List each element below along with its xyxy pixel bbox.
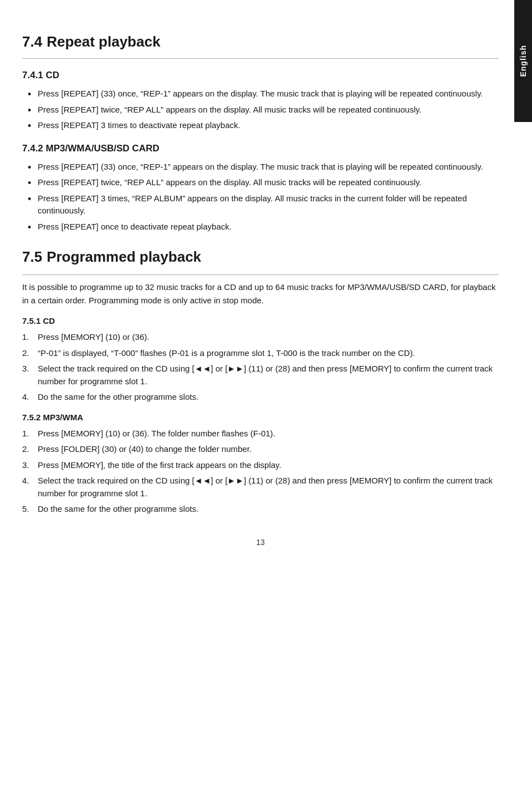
- section-742-bullets: Press [REPEAT] (33) once, “REP-1” appear…: [22, 161, 499, 233]
- section-751: 7.5.1 CD 1. Press [MEMORY] (10) or (36).…: [22, 316, 499, 404]
- section-742: 7.4.2 MP3/WMA/USB/SD CARD Press [REPEAT]…: [22, 143, 499, 233]
- page-number: 13: [22, 538, 499, 547]
- list-item: Press [REPEAT] (33) once, “REP-1” appear…: [22, 161, 499, 174]
- section-75-number: 7.5: [22, 248, 42, 266]
- section-74-number: 7.4: [22, 33, 42, 50]
- list-item: Press [REPEAT] twice, “REP ALL” appears …: [22, 104, 499, 116]
- section-752-list: 1. Press [MEMORY] (10) or (36). The fold…: [22, 428, 499, 516]
- section-751-title: 7.5.1 CD: [22, 316, 499, 325]
- section-752-title: 7.5.2 MP3/WMA: [22, 413, 499, 422]
- list-item: 4. Do the same for the other programme s…: [22, 391, 499, 404]
- page-container: English 7.4 Repeat playback 7.4.1 CD Pre…: [0, 0, 532, 804]
- list-item: 1. Press [MEMORY] (10) or (36). The fold…: [22, 428, 499, 440]
- divider-74: [22, 58, 499, 59]
- divider-75: [22, 274, 499, 275]
- section-752: 7.5.2 MP3/WMA 1. Press [MEMORY] (10) or …: [22, 413, 499, 516]
- section-741: 7.4.1 CD Press [REPEAT] (33) once, “REP-…: [22, 70, 499, 132]
- language-label: English: [519, 45, 528, 77]
- section-74-title: Repeat playback: [47, 33, 160, 50]
- section-741-title: 7.4.1 CD: [22, 70, 499, 81]
- list-item: Press [REPEAT] 3 times to deactivate rep…: [22, 119, 499, 132]
- list-item: 1. Press [MEMORY] (10) or (36).: [22, 331, 499, 344]
- list-item: Press [REPEAT] 3 times, “REP ALBUM” appe…: [22, 192, 499, 217]
- section-741-bullets: Press [REPEAT] (33) once, “REP-1” appear…: [22, 88, 499, 132]
- list-item: 5. Do the same for the other programme s…: [22, 503, 499, 516]
- section-75-header: 7.5 Programmed playback: [22, 248, 499, 271]
- list-item: 4. Select the track required on the CD u…: [22, 475, 499, 500]
- list-item: Press [REPEAT] once to deactivate repeat…: [22, 221, 499, 233]
- list-item: 3. Press [MEMORY], the title of the firs…: [22, 459, 499, 472]
- section-742-title: 7.4.2 MP3/WMA/USB/SD CARD: [22, 143, 499, 154]
- list-item: Press [REPEAT] (33) once, “REP-1” appear…: [22, 88, 499, 100]
- language-tab: English: [514, 0, 532, 122]
- section-75-title: Programmed playback: [47, 248, 201, 266]
- section-75-intro: It is possible to programme up to 32 mus…: [22, 281, 499, 307]
- list-item: Press [REPEAT] twice, “REP ALL” appears …: [22, 176, 499, 189]
- list-item: 3. Select the track required on the CD u…: [22, 363, 499, 388]
- list-item: 2. “P-01” is displayed, “T-000” flashes …: [22, 347, 499, 360]
- section-74-header: 7.4 Repeat playback: [22, 33, 499, 55]
- section-751-list: 1. Press [MEMORY] (10) or (36). 2. “P-01…: [22, 331, 499, 404]
- list-item: 2. Press [FOLDER] (30) or (40) to change…: [22, 443, 499, 456]
